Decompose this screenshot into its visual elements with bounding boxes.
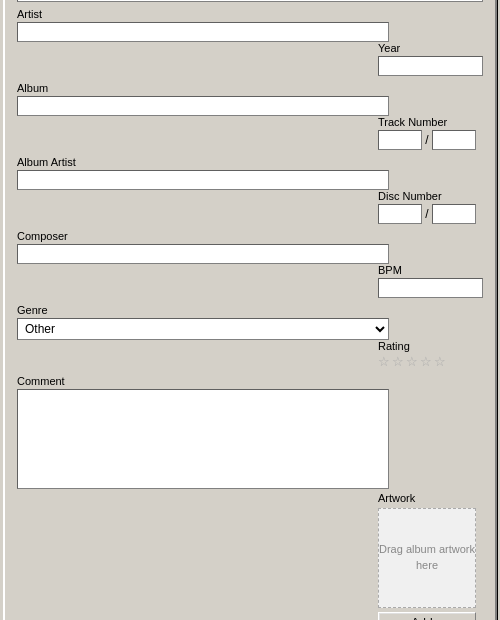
bpm-label: BPM xyxy=(378,264,483,276)
artist-col: Artist xyxy=(17,8,389,42)
album-artist-label: Album Artist xyxy=(17,156,389,168)
disc-number-input1[interactable] xyxy=(378,204,422,224)
metadata-editor-window: Metadata Editor ✕ Title Artist Year Albu… xyxy=(3,0,497,620)
disc-number-label: Disc Number xyxy=(378,190,483,202)
year-label: Year xyxy=(378,42,483,54)
star-3[interactable]: ☆ xyxy=(406,354,418,369)
album-col: Album xyxy=(17,82,389,116)
star-4[interactable]: ☆ xyxy=(420,354,432,369)
year-input[interactable] xyxy=(378,56,483,76)
add-artwork-button[interactable]: Add... xyxy=(378,612,476,621)
star-1[interactable]: ☆ xyxy=(378,354,390,369)
artwork-drop-zone[interactable]: Drag album artwork here xyxy=(378,508,476,608)
artist-input[interactable] xyxy=(17,22,389,42)
track-pair: / xyxy=(378,130,483,150)
album-input[interactable] xyxy=(17,96,389,116)
track-number-input2[interactable] xyxy=(432,130,476,150)
genre-select[interactable]: Other Rock Pop Jazz Classical Hip-Hop xyxy=(17,318,389,340)
artist-label: Artist xyxy=(17,8,389,20)
artwork-col: Artwork Drag album artwork here Add... xyxy=(378,492,483,621)
composer-bpm-row: Composer BPM xyxy=(17,230,483,298)
comment-col: Comment xyxy=(17,375,389,492)
composer-col: Composer xyxy=(17,230,389,264)
year-col: Year xyxy=(378,42,483,76)
albumartist-disc-row: Album Artist Disc Number / xyxy=(17,156,483,224)
comment-label: Comment xyxy=(17,375,389,387)
composer-input[interactable] xyxy=(17,244,389,264)
album-label: Album xyxy=(17,82,389,94)
track-slash: / xyxy=(422,130,432,150)
album-artist-input[interactable] xyxy=(17,170,389,190)
album-artist-col: Album Artist xyxy=(17,156,389,190)
disc-number-input2[interactable] xyxy=(432,204,476,224)
track-col: Track Number / xyxy=(378,116,483,150)
track-number-input1[interactable] xyxy=(378,130,422,150)
rating-stars: ☆ ☆ ☆ ☆ ☆ xyxy=(378,354,483,369)
content-area: Title Artist Year Album Track Number xyxy=(5,0,495,620)
artist-year-row: Artist Year xyxy=(17,8,483,76)
disc-col: Disc Number / xyxy=(378,190,483,224)
disc-pair: / xyxy=(378,204,483,224)
star-5[interactable]: ☆ xyxy=(434,354,446,369)
album-track-row: Album Track Number / xyxy=(17,82,483,150)
comment-artwork-row: Comment Artwork Drag album artwork here … xyxy=(17,375,483,621)
disc-slash: / xyxy=(422,204,432,224)
rating-col: Rating ☆ ☆ ☆ ☆ ☆ xyxy=(378,340,483,369)
rating-label: Rating xyxy=(378,340,483,352)
genre-col: Genre Other Rock Pop Jazz Classical Hip-… xyxy=(17,304,389,340)
genre-rating-row: Genre Other Rock Pop Jazz Classical Hip-… xyxy=(17,304,483,369)
bpm-col: BPM xyxy=(378,264,483,298)
track-number-label: Track Number xyxy=(378,116,483,128)
title-input[interactable] xyxy=(17,0,483,2)
genre-label: Genre xyxy=(17,304,389,316)
star-2[interactable]: ☆ xyxy=(392,354,404,369)
comment-textarea[interactable] xyxy=(17,389,389,489)
artwork-label: Artwork xyxy=(378,492,483,504)
bpm-input[interactable] xyxy=(378,278,483,298)
composer-label: Composer xyxy=(17,230,389,242)
